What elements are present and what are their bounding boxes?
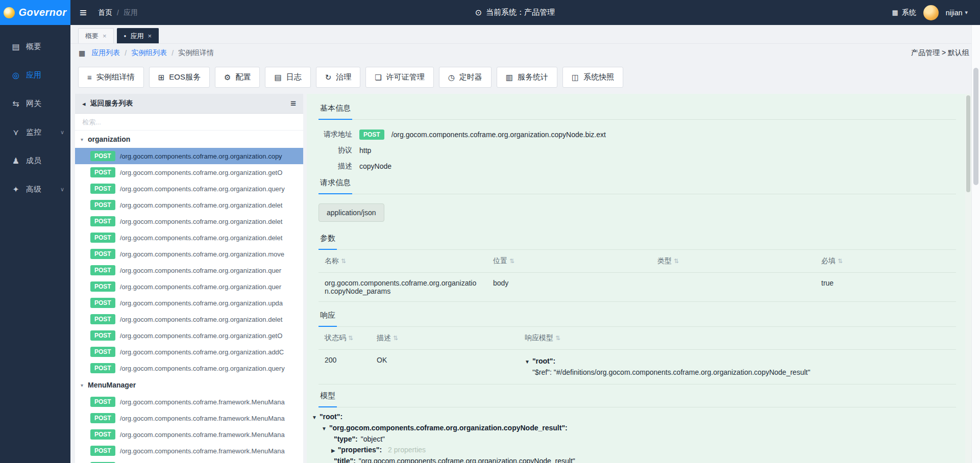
instance-group-detail-button[interactable]: ≡ 实例组详情	[78, 67, 144, 88]
sidebar-item-advanced[interactable]: ✦ 高级 ∨	[0, 175, 70, 203]
panel-menu-icon[interactable]: ≡	[290, 98, 296, 109]
service-group-menumanager[interactable]: ▾ MenuManager	[75, 376, 303, 394]
scrollbar-thumb[interactable]	[973, 68, 978, 185]
sort-icon[interactable]: ⇅	[555, 335, 560, 342]
topbar-breadcrumb: 首页 / 应用	[98, 8, 138, 17]
service-item[interactable]: POST /org.gocom.components.coframe.frame…	[75, 443, 303, 459]
breadcrumb-current-link[interactable]: 应用	[124, 8, 138, 17]
service-item[interactable]: POST /org.gocom.components.coframe.org.o…	[75, 229, 303, 246]
service-path: /org.gocom.components.coframe.framework.…	[120, 431, 298, 439]
service-item[interactable]: POST /org.gocom.components.coframe.org.o…	[75, 262, 303, 278]
service-item[interactable]: POST /org.gocom.components.coframe.org.o…	[75, 311, 303, 327]
tree-node: ▼ "org.gocom.components.coframe.org.orga…	[312, 423, 956, 434]
column-header-required[interactable]: 必填⇅	[815, 250, 956, 273]
system-snapshot-button[interactable]: ◫ 系统快照	[562, 67, 623, 88]
current-system: ⊙ 当前系统：产品管理	[138, 8, 892, 17]
log-button[interactable]: ▤ 日志	[265, 67, 310, 88]
tree-expand-icon[interactable]: ▼	[322, 423, 327, 434]
service-item[interactable]: POST /org.gocom.components.coframe.org.o…	[75, 197, 303, 213]
tree-expand-icon[interactable]: ▼	[525, 356, 530, 367]
column-header-position[interactable]: 位置⇅	[487, 250, 651, 273]
service-item[interactable]: POST /org.gocom.components.coframe.org.o…	[75, 327, 303, 344]
sidebar-item-label: 成员	[26, 156, 41, 166]
page-scrollbar[interactable]	[971, 25, 980, 463]
column-header-type[interactable]: 类型⇅	[651, 250, 815, 273]
governor-logo-icon	[4, 7, 15, 18]
model-section-head: 模型	[318, 390, 956, 407]
column-header-status-code[interactable]: 状态码⇅	[318, 327, 371, 350]
content: ◂ 返回服务列表 ≡ ▾ organization POST /org.goco…	[70, 94, 971, 463]
service-item[interactable]: POST /org.gocom.components.coframe.org.o…	[75, 360, 303, 376]
column-header-response-model[interactable]: 响应模型⇅	[519, 327, 956, 350]
sidebar-toggle-icon[interactable]: ≡	[80, 7, 87, 19]
user-menu[interactable]: nijian ▾	[946, 9, 968, 17]
governance-button[interactable]: ↻ 治理	[316, 67, 361, 88]
license-management-button[interactable]: ❏ 许可证管理	[365, 67, 433, 88]
tab-apps[interactable]: ● 应用 ×	[117, 28, 159, 43]
sidebar-item-monitor[interactable]: ⋎ 监控 ∨	[0, 118, 70, 146]
license-icon: ❏	[375, 73, 381, 82]
request-address-row: 请求地址 POST /org.gocom.components.coframe.…	[318, 129, 956, 140]
method-badge: POST	[90, 184, 115, 194]
service-item[interactable]: POST /org.gocom.components.coframe.org.o…	[75, 181, 303, 197]
service-item[interactable]: POST /org.gocom.components.coframe.frame…	[75, 410, 303, 426]
service-item[interactable]: POST /org.gocom.components.coframe.org.o…	[75, 278, 303, 295]
sort-icon[interactable]: ⇅	[838, 258, 843, 265]
tree-expand-icon[interactable]: ▼	[312, 412, 317, 423]
tab-overview[interactable]: 概要 ×	[78, 28, 114, 43]
sidebar-item-gateway[interactable]: ⇆ 网关	[0, 89, 70, 118]
service-stats-button[interactable]: ▥ 服务统计	[497, 67, 557, 88]
description-row: 描述 copyNode	[318, 161, 956, 171]
eos-service-button[interactable]: ⊞ EOS服务	[149, 67, 210, 88]
column-header-name[interactable]: 名称⇅	[318, 250, 487, 273]
model-title: 模型	[318, 390, 337, 407]
request-address-label: 请求地址	[318, 130, 352, 139]
config-button[interactable]: ⚙ 配置	[215, 67, 260, 88]
breadcrumb-instance-group-list-link[interactable]: 实例组列表	[131, 48, 167, 58]
back-to-service-list[interactable]: ◂ 返回服务列表 ≡	[75, 94, 303, 114]
close-icon[interactable]: ×	[103, 32, 107, 40]
service-item[interactable]: POST /org.gocom.components.coframe.frame…	[75, 394, 303, 410]
chevron-down-icon: ▾	[965, 9, 968, 16]
service-item[interactable]: POST /org.gocom.components.coframe.org.o…	[75, 164, 303, 181]
scrollbar-thumb[interactable]	[966, 95, 970, 192]
sort-icon[interactable]: ⇅	[393, 335, 398, 342]
sidebar-item-members[interactable]: ♟ 成员	[0, 146, 70, 175]
service-path: /org.gocom.components.coframe.org.organi…	[120, 201, 298, 209]
tree-expand-icon[interactable]: ▶	[331, 445, 335, 456]
service-item[interactable]: POST /org.gocom.components.coframe.frame…	[75, 459, 303, 463]
service-item[interactable]: POST /org.gocom.components.coframe.org.o…	[75, 295, 303, 311]
sort-icon[interactable]: ⇅	[341, 258, 346, 265]
service-group-organization[interactable]: ▾ organization	[75, 131, 303, 148]
content-type-chip[interactable]: application/json	[318, 203, 384, 222]
breadcrumb-app-list-link[interactable]: 应用列表	[91, 48, 120, 58]
sidebar-item-apps[interactable]: ◎ 应用	[0, 61, 70, 89]
service-item[interactable]: POST /org.gocom.components.coframe.frame…	[75, 426, 303, 443]
back-label: 返回服务列表	[90, 99, 133, 108]
detail-scrollbar[interactable]	[965, 94, 971, 463]
service-item[interactable]: POST /org.gocom.components.coframe.org.o…	[75, 344, 303, 360]
username: nijian	[946, 9, 963, 17]
sidebar-item-overview[interactable]: ▤ 概要	[0, 32, 70, 61]
sort-icon[interactable]: ⇅	[674, 258, 679, 265]
system-menu[interactable]: ▦ 系统	[892, 8, 916, 17]
sort-icon[interactable]: ⇅	[348, 335, 353, 342]
breadcrumb-home-link[interactable]: 首页	[98, 8, 112, 17]
service-item[interactable]: POST /org.gocom.components.coframe.org.o…	[75, 246, 303, 262]
tree-node: ▶ "properties": 2 properties	[312, 445, 956, 456]
sort-icon[interactable]: ⇅	[509, 258, 514, 265]
system-label: 系统	[902, 8, 916, 17]
timer-button[interactable]: ◷ 定时器	[439, 67, 492, 88]
basic-info-title: 基本信息	[318, 102, 352, 120]
params-table: 名称⇅ 位置⇅ 类型⇅ 必填⇅ org.gocom.components.cof…	[318, 250, 956, 302]
close-icon[interactable]: ×	[148, 32, 152, 40]
avatar[interactable]	[923, 5, 939, 20]
service-path: /org.gocom.components.coframe.org.organi…	[120, 283, 298, 291]
column-header-description[interactable]: 描述⇅	[371, 327, 519, 350]
gateway-icon: ⇆	[11, 99, 20, 109]
service-search-input[interactable]	[82, 118, 296, 126]
service-item[interactable]: POST /org.gocom.components.coframe.org.o…	[75, 148, 303, 164]
app-logo[interactable]: Governor	[0, 0, 70, 25]
service-item[interactable]: POST /org.gocom.components.coframe.org.o…	[75, 213, 303, 229]
group-context-label: 产品管理 > 默认组	[911, 48, 971, 58]
